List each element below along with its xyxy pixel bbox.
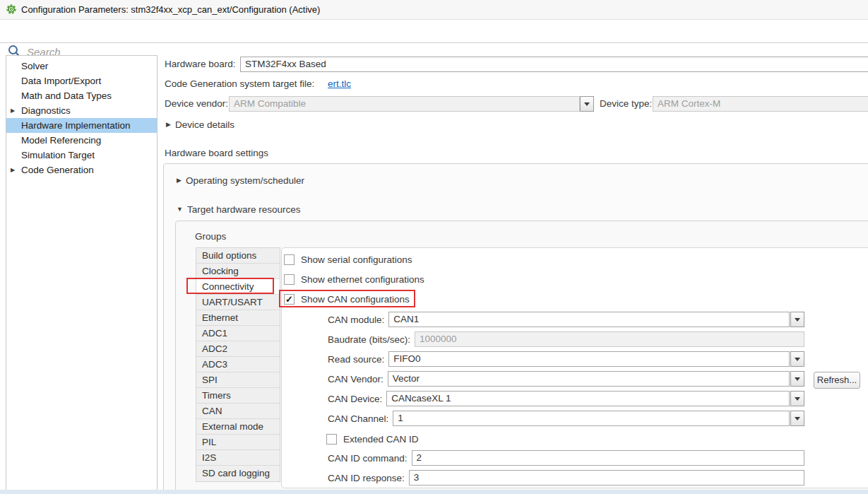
section-label: Target hardware resources [187, 204, 301, 215]
collapsed-arrow-icon: ▶ [166, 121, 171, 128]
device-vendor-field: ARM Compatible [229, 96, 580, 112]
target-hardware-resources-toggle[interactable]: ▼ Target hardware resources [177, 202, 301, 216]
baudrate-field: 1000000 [415, 331, 804, 347]
show-serial-configurations-checkbox[interactable] [284, 254, 295, 265]
sidebar-item-label: Simulation Target [21, 150, 95, 160]
collapsed-arrow-icon: ▶ [177, 177, 182, 184]
can-channel-row: CAN Channel:1 [328, 411, 804, 426]
operating-system-scheduler-toggle[interactable]: ▶ Operating system/scheduler [177, 173, 304, 187]
can-channel-field[interactable]: 1 [393, 411, 790, 426]
can-vendor-dropdown-button[interactable] [790, 371, 804, 387]
group-item-spi[interactable]: SPI [196, 372, 280, 388]
group-item-build-options[interactable]: Build options [196, 248, 280, 264]
can-id-command-row: CAN ID command:2 [328, 450, 804, 466]
hardware-board-field[interactable]: STM32F4xx Based [240, 57, 868, 72]
annotation-box-connectivity [186, 278, 274, 294]
show-serial-configurations-label: Show serial configurations [301, 254, 412, 265]
sidebar-item-solver[interactable]: Solver [6, 59, 157, 73]
group-item-uart-usart[interactable]: UART/USART [196, 295, 280, 310]
group-item-timers[interactable]: Timers [196, 388, 280, 404]
read-source-label: Read source: [328, 354, 384, 365]
section-label: Operating system/scheduler [186, 175, 304, 186]
group-item-clocking[interactable]: Clocking [196, 264, 280, 279]
can-device-dropdown-button[interactable] [790, 391, 804, 406]
sidebar-item-label: Math and Data Types [21, 90, 112, 101]
show-ethernet-configurations-label: Show ethernet configurations [301, 274, 424, 285]
device-vendor-dropdown-button[interactable] [580, 96, 594, 112]
group-item-adc1[interactable]: ADC1 [196, 326, 280, 341]
device-vendor-label: Device vendor: [165, 96, 228, 112]
can-channel-dropdown-button[interactable] [790, 411, 804, 426]
sidebar-item-model-referencing[interactable]: Model Referencing [6, 133, 157, 148]
dialog-bottom-strip [0, 490, 868, 494]
sidebar-item-data-import-export[interactable]: Data Import/Export [6, 73, 157, 88]
baudrate-row: Baudrate (bits/sec):1000000 [328, 331, 804, 347]
device-type-field: ARM Cortex-M [653, 96, 868, 112]
show-serial-configurations-row: Show serial configurations [284, 252, 412, 267]
can-module-row: CAN module:CAN1 [328, 312, 804, 327]
chevron-down-icon [795, 318, 800, 322]
sidebar-item-diagnostics[interactable]: ▶Diagnostics [6, 103, 157, 118]
groups-label: Groups [195, 230, 226, 244]
expand-arrow-icon[interactable]: ▶ [11, 107, 21, 114]
refresh-button[interactable]: Refresh... [814, 372, 860, 389]
board-settings-title: Hardware board settings [165, 146, 268, 160]
can-id-response-field[interactable]: 3 [409, 470, 804, 486]
target-file-link[interactable]: ert.tlc [328, 76, 351, 92]
can-vendor-label: CAN Vendor: [328, 374, 384, 384]
baudrate-label: Baudrate (bits/sec): [328, 334, 410, 345]
can-vendor-row: CAN Vendor:Vector [328, 371, 804, 387]
expand-arrow-icon[interactable]: ▶ [11, 167, 21, 173]
window-titlebar: Configuration Parameters: stm32f4xx_xcp_… [0, 0, 868, 20]
can-device-field[interactable]: CANcaseXL 1 [386, 391, 790, 406]
annotation-box-show-can-configurations [279, 290, 415, 307]
show-ethernet-configurations-row: Show ethernet configurations [284, 271, 424, 287]
can-vendor-field[interactable]: Vector [388, 371, 790, 387]
can-module-dropdown-button[interactable] [790, 312, 804, 327]
configuration-gear-icon [6, 4, 17, 15]
show-ethernet-configurations-checkbox[interactable] [284, 274, 295, 285]
can-module-field[interactable]: CAN1 [388, 312, 790, 327]
can-channel-label: CAN Channel: [328, 413, 388, 424]
group-item-sd-card-logging[interactable]: SD card logging [196, 466, 280, 481]
chevron-down-icon [795, 397, 800, 401]
can-device-row: CAN Device:CANcaseXL 1 [328, 391, 804, 406]
group-item-can[interactable]: CAN [196, 404, 280, 419]
device-details-toggle[interactable]: ▶ Device details [166, 117, 234, 131]
group-item-pil[interactable]: PIL [196, 435, 280, 450]
sidebar-item-hardware-implementation[interactable]: Hardware Implementation [6, 118, 157, 133]
read-source-row: Read source:FIFO0 [328, 351, 804, 367]
extended-can-id-checkbox[interactable] [326, 434, 337, 445]
device-details-label: Device details [175, 119, 234, 130]
group-item-adc2[interactable]: ADC2 [196, 341, 280, 357]
target-file-label: Code Generation system target file: [165, 76, 314, 92]
chevron-down-icon [795, 377, 800, 381]
read-source-dropdown-button[interactable] [790, 351, 804, 367]
chevron-down-icon [795, 417, 800, 421]
can-id-response-label: CAN ID response: [328, 473, 405, 483]
can-module-label: CAN module: [328, 314, 384, 325]
sidebar-item-label: Code Generation [21, 165, 94, 175]
chevron-down-icon [584, 102, 590, 106]
sidebar-item-simulation-target[interactable]: Simulation Target [6, 148, 157, 163]
device-type-label: Device type: [600, 96, 652, 112]
can-id-command-label: CAN ID command: [328, 453, 408, 464]
can-id-response-row: CAN ID response:3 [328, 470, 804, 486]
search-bar [0, 20, 868, 43]
sidebar-item-label: Solver [21, 61, 48, 71]
read-source-field[interactable]: FIFO0 [388, 351, 790, 367]
window-title: Configuration Parameters: stm32f4xx_xcp_… [21, 0, 320, 19]
sidebar-item-label: Hardware Implementation [21, 120, 131, 131]
sidebar-item-code-generation[interactable]: ▶Code Generation [6, 163, 157, 177]
can-id-command-field[interactable]: 2 [412, 450, 804, 466]
group-item-i2s[interactable]: I2S [196, 450, 280, 466]
group-item-adc3[interactable]: ADC3 [196, 357, 280, 372]
group-item-ethernet[interactable]: Ethernet [196, 310, 280, 326]
sidebar-item-label: Diagnostics [21, 105, 71, 116]
sidebar-item-math-and-data-types[interactable]: Math and Data Types [6, 88, 157, 103]
sidebar-item-label: Model Referencing [21, 135, 101, 146]
extended-can-id-label: Extended CAN ID [343, 434, 419, 445]
group-item-external-mode[interactable]: External mode [196, 419, 280, 435]
can-device-label: CAN Device: [328, 394, 382, 404]
chevron-down-icon [795, 358, 800, 361]
